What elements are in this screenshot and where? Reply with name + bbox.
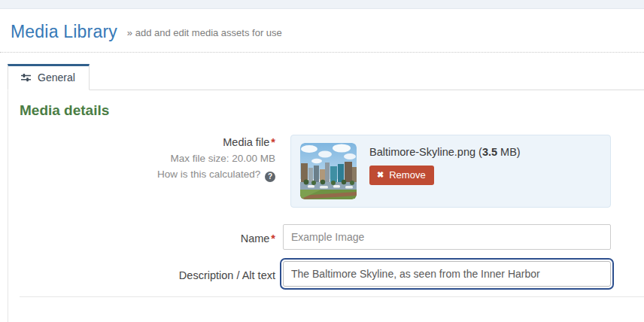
remove-file-button[interactable]: ✖ Remove (369, 166, 434, 185)
name-label: Name* (241, 232, 275, 245)
help-link[interactable]: How is this calculated? (157, 169, 260, 180)
description-row: Description / Alt text (20, 261, 644, 287)
file-name: Baltimore-Skyline.png (3.5 MB) (369, 146, 521, 158)
media-file-label-col: Media file* Max file size: 20.00 MB How … (20, 135, 275, 182)
media-library-page: Media Library » add and edit media asset… (0, 0, 644, 322)
page-subtitle: » add and edit media assets for use (127, 27, 282, 38)
section-heading: Media details (20, 102, 644, 119)
file-size-open: ( (475, 146, 482, 158)
name-required-asterisk: * (271, 232, 275, 245)
remove-x-icon: ✖ (377, 171, 384, 179)
description-input[interactable] (283, 261, 611, 287)
name-label-text: Name (241, 232, 270, 245)
file-size-close: MB) (497, 146, 521, 158)
media-file-row: Media file* Max file size: 20.00 MB How … (20, 135, 644, 208)
media-file-required-asterisk: * (271, 136, 275, 148)
question-circle-icon[interactable]: ? (265, 172, 275, 182)
media-file-label: Media file* (20, 135, 275, 150)
tab-label: General (38, 71, 75, 84)
bottom-divider (20, 296, 644, 297)
max-file-size-note: Max file size: 20.00 MB (20, 150, 275, 166)
description-control-col (283, 261, 611, 287)
file-name-text: Baltimore-Skyline.png (369, 146, 475, 158)
file-preview-box: Baltimore-Skyline.png (3.5 MB) ✖ Remove (290, 135, 611, 208)
tab-general[interactable]: General (8, 64, 90, 90)
page-title: Media Library (11, 22, 117, 41)
name-row: Name* (20, 224, 644, 250)
name-control-col (283, 224, 611, 250)
page-header: Media Library » add and edit media asset… (0, 9, 644, 53)
media-file-label-text: Media file (223, 136, 269, 148)
file-meta: Baltimore-Skyline.png (3.5 MB) ✖ Remove (369, 143, 521, 185)
description-label: Description / Alt text (179, 269, 275, 281)
tab-content-panel: Media details Media file* Max file size:… (8, 90, 644, 322)
remove-button-label: Remove (389, 169, 425, 181)
name-label-col: Name* (20, 224, 275, 247)
description-label-col: Description / Alt text (20, 261, 275, 284)
sliders-icon (20, 72, 32, 83)
media-thumbnail (300, 143, 357, 199)
file-size-value: 3.5 (482, 146, 497, 158)
top-toolbar-strip (0, 0, 644, 9)
media-file-control-col: Baltimore-Skyline.png (3.5 MB) ✖ Remove (283, 135, 611, 208)
help-line: How is this calculated? ? (20, 166, 275, 182)
name-input[interactable] (283, 224, 611, 250)
tab-bar: General (8, 64, 644, 90)
